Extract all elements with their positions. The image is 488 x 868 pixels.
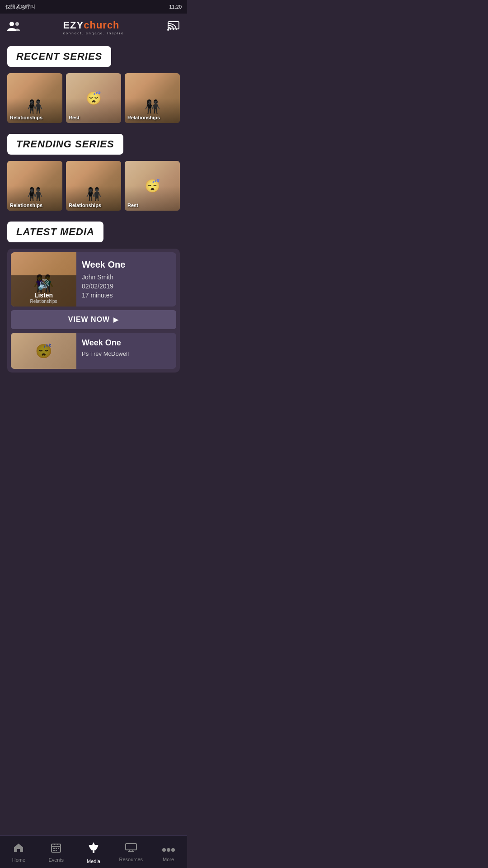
trending-series-label-1: Relationships: [10, 203, 42, 208]
trending-series-item-1[interactable]: Relationships: [7, 161, 62, 211]
media-series-label-1: Relationships: [30, 299, 57, 304]
media-card-2[interactable]: Week One Ps Trev McDowell: [11, 333, 176, 369]
status-bar: 仅限紧急呼叫 11:20: [0, 0, 187, 14]
trending-series-label: TRENDING SERIES: [7, 134, 123, 155]
recent-series-label-2: Rest: [69, 115, 80, 120]
app-header: EZYchurch connect. engage. inspire: [0, 14, 187, 41]
media-duration-1: 17 minutes: [82, 292, 171, 299]
trending-series-section: TRENDING SERIES Relationships Relationsh…: [7, 134, 180, 211]
play-arrow-icon: ▶: [113, 316, 119, 323]
media-card-1[interactable]: 🔊 Listen Relationships Week One John Smi…: [11, 252, 176, 307]
trending-series-grid: Relationships Relationships Rest: [7, 161, 180, 211]
recent-series-item-3[interactable]: Relationships: [125, 73, 180, 123]
svg-point-0: [9, 22, 14, 26]
status-left-text: 仅限紧急呼叫: [5, 4, 35, 10]
recent-series-grid: Relationships Rest Relationships: [7, 73, 180, 123]
media-card-1-thumb: 🔊 Listen Relationships: [11, 252, 76, 307]
recent-series-item-1[interactable]: Relationships: [7, 73, 62, 123]
cast-icon[interactable]: [167, 21, 180, 33]
latest-media-label: LATEST MEDIA: [7, 222, 103, 242]
trending-series-item-2[interactable]: Relationships: [66, 161, 121, 211]
svg-point-3: [167, 29, 169, 31]
listen-label-1: Listen: [34, 292, 53, 299]
main-content: RECENT SERIES Relationships Rest Relatio…: [0, 41, 187, 386]
media-title-2: Week One: [82, 338, 129, 348]
latest-media-container: 🔊 Listen Relationships Week One John Smi…: [7, 249, 180, 373]
recent-series-label-1: Relationships: [10, 115, 42, 120]
media-author-1: John Smith: [82, 274, 171, 281]
recent-series-item-2[interactable]: Rest: [66, 73, 121, 123]
view-now-button-1[interactable]: VIEW NOW ▶: [11, 310, 176, 329]
logo-tagline: connect. engage. inspire: [63, 31, 124, 35]
status-time: 11:20: [169, 4, 182, 9]
recent-series-label: RECENT SERIES: [7, 46, 111, 67]
trending-series-label-2: Relationships: [69, 203, 101, 208]
trending-series-item-3[interactable]: Rest: [125, 161, 180, 211]
recent-series-label-3: Relationships: [127, 115, 160, 120]
media-card-1-info: Week One John Smith 02/02/2019 17 minute…: [76, 252, 176, 307]
app-logo: EZYchurch connect. engage. inspire: [63, 19, 124, 35]
media-author-2: Ps Trev McDowell: [82, 350, 129, 357]
trending-series-label-3: Rest: [127, 203, 138, 208]
audio-icon: 🔊: [38, 279, 50, 291]
svg-point-1: [15, 22, 19, 26]
media-title-1: Week One: [82, 259, 171, 270]
media-card-2-info: Week One Ps Trev McDowell: [76, 333, 134, 369]
view-now-label-1: VIEW NOW: [68, 316, 110, 324]
media-date-1: 02/02/2019: [82, 283, 171, 290]
recent-series-section: RECENT SERIES Relationships Rest Relatio…: [7, 46, 180, 123]
media-card-2-thumb: [11, 333, 76, 369]
listen-overlay-1: 🔊 Listen Relationships: [11, 275, 76, 307]
latest-media-section: LATEST MEDIA 🔊 Listen Relationships Week…: [7, 222, 180, 373]
people-menu-icon[interactable]: [7, 21, 20, 33]
